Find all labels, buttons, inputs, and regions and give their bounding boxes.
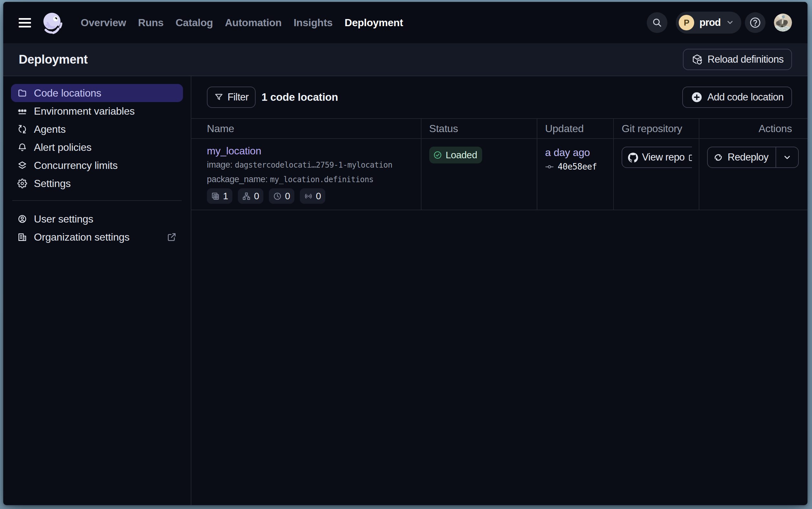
clock-icon	[273, 192, 282, 201]
reload-definitions-icon	[691, 54, 703, 65]
sidebar-item-organization-settings[interactable]: Organization settings	[11, 228, 183, 246]
redeploy-split-button: Redeploy	[707, 147, 799, 168]
sidebar-item-label: Settings	[34, 178, 71, 190]
schedules-count: 0	[285, 191, 290, 202]
assets-count: 1	[223, 191, 228, 202]
meta-value: dagstercodelocati…2759-1-mylocation	[235, 161, 392, 170]
hamburger-menu-button[interactable]	[19, 18, 31, 28]
cell-git-repository: View repo	[614, 139, 699, 210]
assets-count-badge[interactable]: 1	[207, 188, 232, 204]
jobs-count: 0	[254, 191, 259, 202]
sensors-count: 0	[316, 191, 321, 202]
github-icon	[628, 152, 638, 163]
content-area: Code locations Environment variables	[3, 76, 808, 505]
reload-definitions-button[interactable]: Reload definitions	[683, 49, 792, 70]
schedules-count-badge[interactable]: 0	[269, 188, 294, 204]
sidebar-item-settings[interactable]: Settings	[11, 174, 183, 193]
sidebar-item-label: Agents	[34, 123, 66, 135]
redeploy-label: Redeploy	[728, 151, 768, 163]
sidebar-item-environment-variables[interactable]: Environment variables	[11, 102, 183, 120]
filter-label: Filter	[227, 92, 249, 103]
sidebar-item-code-locations[interactable]: Code locations	[11, 84, 183, 102]
bell-icon	[17, 142, 27, 152]
assets-icon	[211, 192, 220, 201]
column-header-updated[interactable]: Updated	[537, 118, 614, 139]
image-meta-line: image: dagstercodelocati…2759-1-mylocati…	[207, 158, 413, 172]
user-avatar[interactable]	[774, 13, 792, 32]
nav-item-deployment[interactable]: Deployment	[345, 17, 403, 29]
deployment-sidebar: Code locations Environment variables	[3, 76, 191, 505]
main-navigation: Overview Runs Catalog Automation Insight…	[81, 17, 403, 29]
top-navbar: Overview Runs Catalog Automation Insight…	[3, 2, 808, 43]
org-initial-badge: P	[679, 15, 694, 30]
cell-name: my_location image: dagstercodelocati…275…	[191, 139, 421, 210]
commit-hash[interactable]: 40e58eef	[558, 162, 597, 171]
app-window: Overview Runs Catalog Automation Insight…	[3, 2, 808, 505]
sidebar-item-user-settings[interactable]: User settings	[11, 210, 183, 228]
sidebar-item-label: Code locations	[34, 87, 101, 99]
code-location-link[interactable]: my_location	[207, 144, 413, 158]
nav-item-overview[interactable]: Overview	[81, 17, 126, 29]
main-panel: Filter 1 code location Add code location	[191, 76, 808, 505]
view-repo-button[interactable]: View repo	[622, 147, 692, 168]
sidebar-item-concurrency-limits[interactable]: Concurrency limits	[11, 156, 183, 174]
package-meta-line: package_name: my_location.definitions	[207, 172, 413, 187]
chevron-down-icon	[726, 18, 734, 28]
column-header-git-repository[interactable]: Git repository	[614, 118, 699, 139]
sidebar-item-alert-policies[interactable]: Alert policies	[11, 138, 183, 156]
sidebar-item-label: Concurrency limits	[34, 160, 118, 171]
definition-counts: 1 0	[207, 188, 413, 204]
reload-definitions-label: Reload definitions	[707, 54, 784, 65]
redeploy-menu-button[interactable]	[776, 147, 798, 167]
redeploy-sync-icon	[713, 152, 724, 163]
cell-updated: a day ago 40e58eef	[537, 139, 614, 210]
sidebar-item-label: Alert policies	[34, 141, 91, 154]
search-icon	[652, 17, 663, 28]
updated-relative-time[interactable]: a day ago	[545, 145, 605, 160]
jobs-count-badge[interactable]: 0	[238, 188, 263, 204]
column-header-status[interactable]: Status	[421, 118, 537, 139]
column-header-name[interactable]: Name	[191, 118, 421, 139]
code-locations-table: Name Status Updated Git repository Actio…	[191, 118, 808, 210]
code-location-count: 1 code location	[261, 91, 338, 103]
jobs-icon	[242, 192, 251, 201]
cell-status: Loaded	[421, 139, 537, 210]
external-link-icon	[688, 153, 692, 162]
help-icon	[749, 16, 762, 29]
page-title: Deployment	[19, 53, 87, 67]
sidebar-item-label: Environment variables	[34, 105, 135, 117]
commit-line: 40e58eef	[545, 160, 605, 174]
code-locations-toolbar: Filter 1 code location Add code location	[191, 76, 808, 118]
view-repo-label: View repo	[642, 151, 685, 163]
nav-item-automation[interactable]: Automation	[225, 17, 282, 29]
sensors-count-badge[interactable]: 0	[300, 188, 325, 204]
org-switcher[interactable]: P prod	[676, 12, 741, 34]
organization-icon	[17, 232, 27, 242]
meta-label: image:	[207, 160, 232, 170]
table-header-row: Name Status Updated Git repository Actio…	[191, 118, 808, 139]
cell-actions: Redeploy	[699, 139, 808, 210]
env-variables-icon	[17, 106, 27, 116]
code-location-row: my_location image: dagstercodelocati…275…	[191, 139, 808, 210]
add-code-location-button[interactable]: Add code location	[682, 87, 792, 108]
dagster-logo[interactable]	[41, 11, 64, 34]
filter-button[interactable]: Filter	[207, 87, 256, 108]
sidebar-item-agents[interactable]: Agents	[11, 120, 183, 138]
navbar-right-cluster: P prod	[647, 12, 792, 34]
meta-label: package_name:	[207, 174, 267, 184]
nav-item-catalog[interactable]: Catalog	[176, 17, 213, 29]
page-header: Deployment Reload definitions	[3, 43, 808, 76]
folder-icon	[17, 88, 27, 98]
nav-item-insights[interactable]: Insights	[294, 17, 333, 29]
sidebar-item-label: Organization settings	[34, 231, 130, 243]
octopus-logo-icon	[41, 11, 64, 34]
repo-button-clip: View repo	[622, 147, 692, 169]
column-header-actions: Actions	[699, 118, 808, 139]
redeploy-button[interactable]: Redeploy	[708, 147, 776, 167]
gear-icon	[17, 179, 27, 188]
help-button[interactable]	[745, 12, 766, 33]
plus-circle-icon	[691, 91, 703, 103]
nav-item-runs[interactable]: Runs	[138, 17, 163, 29]
search-button[interactable]	[647, 12, 667, 33]
sidebar-item-label: User settings	[34, 213, 93, 225]
